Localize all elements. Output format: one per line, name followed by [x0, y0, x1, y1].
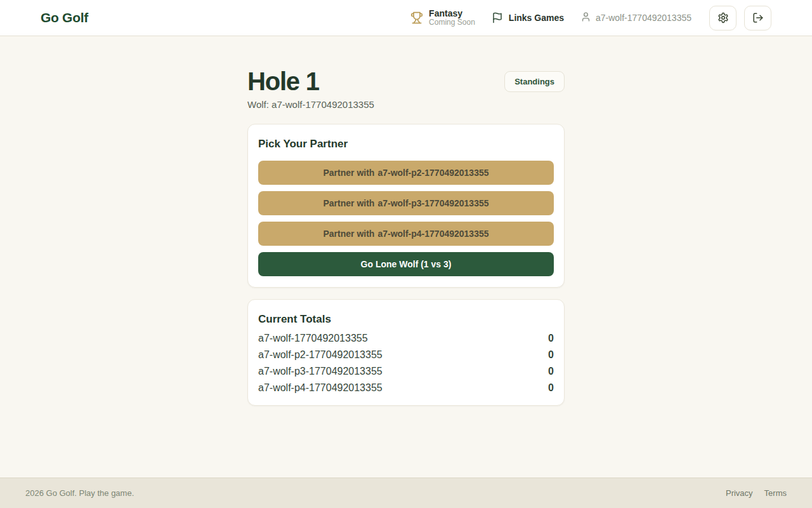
wolf-subtitle: Wolf: a7-wolf-1770492013355 [247, 99, 565, 110]
standings-button[interactable]: Standings [504, 71, 565, 92]
fantasy-label: Fantasy [429, 8, 475, 18]
player-score: 0 [548, 349, 554, 361]
go-lone-wolf-button[interactable]: Go Lone Wolf (1 vs 3) [258, 252, 554, 276]
player-score: 0 [548, 366, 554, 377]
page-title: Hole 1 [247, 67, 319, 96]
main-content: Hole 1 Standings Wolf: a7-wolf-177049201… [247, 36, 565, 478]
header-nav: Fantasy Coming Soon Links Games a7-wolf-… [410, 6, 771, 30]
nav-item-links-games[interactable]: Links Games [492, 12, 564, 23]
trophy-icon [410, 11, 423, 24]
settings-button[interactable] [709, 6, 737, 30]
pick-partner-card: Pick Your Partner Partner with a7-wolf-p… [247, 124, 565, 288]
links-games-label: Links Games [509, 13, 564, 23]
fantasy-sublabel: Coming Soon [429, 18, 475, 27]
partner-button-p2[interactable]: Partner with a7-wolf-p2-1770492013355 [258, 161, 554, 185]
app-footer: 2026 Go Golf. Play the game. Privacy Ter… [0, 478, 812, 508]
player-name: a7-wolf-1770492013355 [258, 333, 368, 344]
player-name: a7-wolf-p4-1770492013355 [258, 382, 383, 394]
player-name: a7-wolf-p2-1770492013355 [258, 349, 383, 361]
user-display: a7-wolf-1770492013355 [580, 11, 691, 24]
partner-button-p4[interactable]: Partner with a7-wolf-p4-1770492013355 [258, 222, 554, 246]
nav-item-fantasy[interactable]: Fantasy Coming Soon [410, 8, 475, 27]
player-score: 0 [548, 333, 554, 344]
app-header: Go Golf Fantasy Coming Soon [0, 0, 812, 36]
copyright-text: 2026 Go Golf. Play the game. [25, 488, 134, 498]
gear-icon [717, 12, 729, 23]
totals-row: a7-wolf-p3-1770492013355 0 [258, 363, 554, 380]
totals-row: a7-wolf-p2-1770492013355 0 [258, 347, 554, 363]
logout-button[interactable] [744, 6, 771, 30]
player-score: 0 [548, 382, 554, 394]
logout-icon [752, 12, 764, 23]
current-totals-heading: Current Totals [258, 313, 554, 326]
player-name: a7-wolf-p3-1770492013355 [258, 366, 383, 377]
current-totals-card: Current Totals a7-wolf-1770492013355 0 a… [247, 299, 565, 406]
totals-row: a7-wolf-1770492013355 0 [258, 330, 554, 347]
totals-row: a7-wolf-p4-1770492013355 0 [258, 380, 554, 396]
user-icon [580, 11, 591, 24]
brand-logo[interactable]: Go Golf [41, 10, 88, 25]
user-name: a7-wolf-1770492013355 [596, 13, 691, 23]
terms-link[interactable]: Terms [764, 488, 787, 498]
partner-button-p3[interactable]: Partner with a7-wolf-p3-1770492013355 [258, 191, 554, 215]
pick-partner-heading: Pick Your Partner [258, 138, 554, 150]
flag-icon [492, 12, 503, 23]
privacy-link[interactable]: Privacy [726, 488, 753, 498]
